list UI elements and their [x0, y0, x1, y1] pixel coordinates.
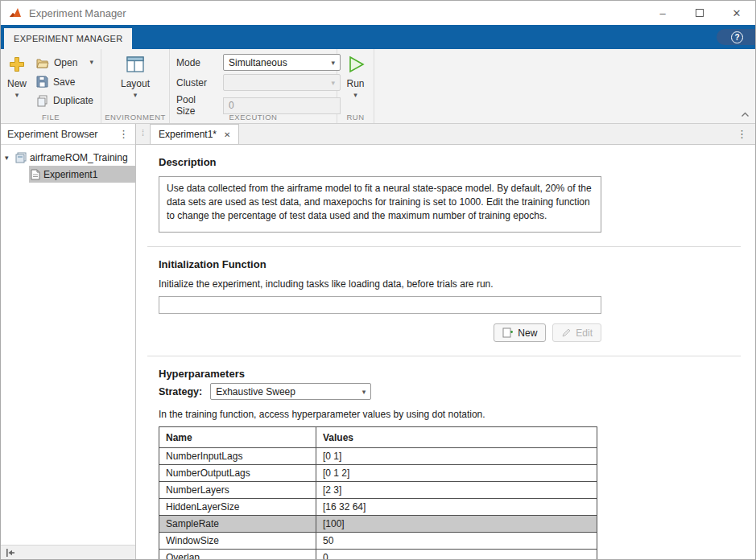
cell-value[interactable]: [100] — [316, 516, 597, 533]
table-row[interactable]: Overlap 0 — [159, 550, 597, 560]
dock-panel-icon[interactable] — [5, 548, 15, 558]
title-bar: Experiment Manager – ✕ — [1, 1, 755, 25]
table-row[interactable]: NumberOutputLags [0 1 2] — [159, 465, 597, 482]
cell-name[interactable]: SampleRate — [159, 516, 316, 533]
table-row-selected[interactable]: SampleRate [100] — [159, 516, 597, 533]
cluster-label: Cluster — [176, 77, 217, 89]
save-button[interactable]: Save — [34, 72, 96, 92]
open-button[interactable]: Open ▾ — [34, 53, 96, 72]
layout-icon — [126, 55, 145, 74]
duplicate-button[interactable]: Duplicate — [34, 91, 96, 110]
help-icon: ? — [731, 31, 743, 43]
layout-dropdown-arrow[interactable]: ▾ — [134, 92, 138, 99]
help-button[interactable]: ? — [717, 29, 755, 45]
maximize-button[interactable] — [681, 1, 718, 25]
table-row[interactable]: NumberInputLags [0 1] — [159, 448, 597, 465]
tab-close-icon[interactable]: ✕ — [224, 130, 230, 139]
table-row[interactable]: HiddenLayerSize [16 32 64] — [159, 499, 597, 516]
run-section-label: RUN — [337, 113, 374, 121]
experiment-icon — [31, 169, 40, 180]
tab-experiment1-label: Experiment1* — [159, 129, 217, 140]
hyperparameters-table: Name Values NumberInputLags [0 1] Number… — [159, 426, 597, 559]
cell-name[interactable]: NumberLayers — [159, 482, 316, 499]
open-dropdown-arrow[interactable]: ▾ — [89, 59, 93, 66]
browser-menu-icon[interactable]: ⋮ — [118, 128, 129, 140]
cell-value[interactable]: 50 — [316, 533, 597, 550]
new-icon — [7, 55, 27, 74]
cell-name[interactable]: NumberOutputLags — [159, 465, 316, 482]
new-dropdown-arrow[interactable]: ▾ — [15, 92, 19, 99]
duplicate-icon — [36, 95, 48, 107]
new-function-label: New — [518, 327, 537, 339]
tab-experiment-manager[interactable]: EXPERIMENT MANAGER — [4, 28, 132, 49]
new-function-button[interactable]: New — [494, 323, 546, 342]
strategy-label: Strategy: — [159, 386, 202, 397]
divider — [147, 356, 741, 356]
tree-item-experiment1-label: Experiment1 — [43, 169, 97, 180]
layout-button[interactable]: Layout ▾ — [113, 53, 158, 110]
cell-value[interactable]: [2 3] — [316, 482, 597, 499]
tree-item-root[interactable]: ▾ airframeROM_Training — [1, 149, 135, 166]
close-button[interactable]: ✕ — [718, 1, 755, 25]
header-values: Values — [316, 427, 597, 448]
gripper-icon[interactable]: ⁞ — [142, 128, 143, 138]
file-section-label: FILE — [1, 113, 101, 121]
new-experiment-button[interactable]: New ▾ — [6, 53, 27, 110]
bottom-status-bar — [1, 545, 135, 559]
environment-section-label: ENVIRONMENT — [101, 113, 169, 121]
strategy-dropdown[interactable]: Exhaustive Sweep ▾ — [210, 383, 371, 400]
window-title: Experiment Manager — [29, 7, 126, 19]
pool-size-input — [223, 97, 341, 114]
tab-experiment1[interactable]: Experiment1* ✕ — [150, 124, 239, 144]
run-button[interactable]: Run ▾ — [340, 53, 372, 110]
mode-label: Mode — [176, 57, 217, 68]
strategy-dropdown-arrow: ▾ — [362, 388, 366, 396]
hyperparameters-heading: Hyperparameters — [159, 368, 755, 380]
edit-function-icon — [561, 327, 572, 338]
save-label: Save — [53, 76, 75, 88]
experiment-browser-panel: Experiment Browser ⋮ ▾ airframeROM_Train… — [1, 124, 136, 559]
minimize-button[interactable]: – — [644, 1, 681, 25]
duplicate-label: Duplicate — [53, 95, 93, 106]
new-function-icon — [502, 327, 514, 338]
cell-value[interactable]: [16 32 64] — [316, 499, 597, 516]
description-textarea[interactable]: Use data collected from the airframe mod… — [159, 176, 601, 233]
toolstrip-spacer — [374, 49, 755, 123]
table-row[interactable]: NumberLayers [2 3] — [159, 482, 597, 499]
document-menu-icon[interactable]: ⋮ — [737, 128, 747, 140]
tree-expand-caret-icon[interactable]: ▾ — [5, 154, 12, 162]
tab-experiment-manager-label: EXPERIMENT MANAGER — [14, 34, 122, 43]
save-icon — [36, 76, 48, 88]
cell-value[interactable]: [0 1 2] — [316, 465, 597, 482]
divider — [147, 246, 741, 247]
initialization-function-input[interactable] — [159, 296, 601, 314]
experiment-browser-title: Experiment Browser — [7, 129, 98, 140]
window-controls: – ✕ — [644, 1, 755, 25]
table-row[interactable]: WindowSize 50 — [159, 533, 597, 550]
cell-name[interactable]: Overlap — [159, 550, 316, 560]
document-area: ⁞ Experiment1* ✕ ⋮ Description Use data … — [136, 124, 755, 559]
cell-name[interactable]: HiddenLayerSize — [159, 499, 316, 516]
initialization-buttons: New Edit — [159, 323, 601, 342]
collapse-toolstrip-button[interactable] — [740, 110, 750, 118]
cell-name[interactable]: NumberInputLags — [159, 448, 316, 465]
tree-item-root-label: airframeROM_Training — [30, 152, 128, 163]
tree-item-experiment1[interactable]: Experiment1 — [29, 166, 135, 183]
table-header-row: Name Values — [159, 427, 597, 448]
initialization-hint: Initialize the experiment, including tas… — [159, 278, 755, 290]
document-tab-bar: ⁞ Experiment1* ✕ ⋮ — [136, 124, 755, 145]
toolstrip: New ▾ Open ▾ Save — [1, 49, 755, 124]
new-label: New — [7, 78, 27, 89]
section-run: Run ▾ RUN — [337, 49, 374, 123]
mode-dropdown[interactable]: Simultaneous ▾ — [223, 54, 341, 71]
cell-name[interactable]: WindowSize — [159, 533, 316, 550]
open-label: Open — [54, 57, 77, 68]
run-icon — [346, 55, 366, 74]
section-file: New ▾ Open ▾ Save — [1, 49, 101, 123]
cell-value[interactable]: 0 — [316, 550, 597, 560]
mode-dropdown-arrow: ▾ — [331, 59, 335, 67]
layout-label: Layout — [121, 78, 150, 89]
section-execution: Mode Simultaneous ▾ Cluster ▾ Pool Size … — [170, 49, 337, 123]
cell-value[interactable]: [0 1] — [316, 448, 597, 465]
run-dropdown-arrow[interactable]: ▾ — [353, 92, 357, 99]
